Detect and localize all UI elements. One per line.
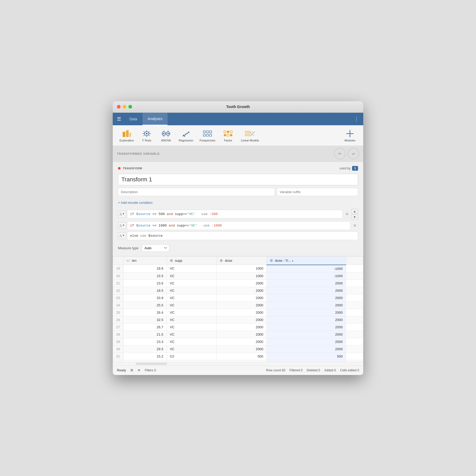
toolbar-item-modules[interactable]: Modules (341, 127, 359, 144)
col-header-dose[interactable]: ⚙ dose (217, 256, 267, 265)
toolbar: Exploration T-Tests (113, 125, 363, 146)
col-header-supp[interactable]: ⚙ supp (166, 256, 217, 265)
cell-dose[interactable]: 1000 (217, 272, 267, 279)
toolbar-item-anova[interactable]: ANOVA (157, 127, 175, 144)
cell-supp[interactable]: VC (166, 331, 217, 338)
cell-dose[interactable]: 2000 (217, 345, 267, 353)
cell-dose-tr[interactable]: 2000 (266, 301, 346, 309)
condition-code-2[interactable]: if $source == 1000 and supp=='VC' use -1… (127, 221, 350, 230)
toolbar-item-factor[interactable]: Factor (219, 127, 237, 144)
cell-supp[interactable]: VC (166, 287, 217, 294)
col-header-len[interactable]: 🏷 len (123, 256, 167, 265)
cell-dose[interactable]: 500 (217, 353, 267, 360)
cell-len[interactable]: 23.6 (123, 279, 167, 287)
eye-icon[interactable]: 👁 (138, 368, 141, 372)
tab-data[interactable]: Data (124, 113, 142, 125)
arrow-down-button[interactable] (348, 148, 359, 159)
cell-supp[interactable]: VC (166, 272, 217, 279)
cell-len[interactable]: 25.5 (123, 301, 167, 309)
measure-type-select[interactable]: Auto Continuous Ordinal Nominal (142, 244, 169, 252)
close-button[interactable] (117, 105, 121, 109)
cell-dose[interactable]: 2000 (217, 287, 267, 294)
cell-dose[interactable]: 2000 (217, 294, 267, 301)
delete-condition-1-button[interactable]: ✕ (344, 211, 350, 218)
fx-button-2[interactable]: 𝑓x ▾ (118, 222, 126, 229)
cell-len[interactable]: 21.5 (123, 331, 167, 338)
hamburger-icon[interactable]: ☰ (115, 114, 123, 124)
cell-dose-tr[interactable]: 2000 (266, 309, 346, 316)
cell-dose-tr[interactable]: -1000 (266, 265, 346, 272)
minimize-button[interactable] (123, 105, 126, 109)
cell-supp[interactable]: VC (166, 323, 217, 331)
toolbar-item-ttests[interactable]: T-Tests (138, 127, 156, 144)
maximize-button[interactable] (128, 105, 132, 109)
cell-dose-tr[interactable]: 500 (266, 353, 346, 360)
fx-button-1[interactable]: 𝑓x ▾ (118, 211, 126, 217)
condition-code-1[interactable]: if $source == 500 and supp=='VC' use -50… (127, 210, 343, 218)
cell-supp[interactable]: VC (166, 265, 217, 272)
delete-condition-2-button[interactable]: ✕ (352, 222, 358, 229)
cell-supp[interactable]: OJ (166, 360, 217, 362)
cell-dose-tr[interactable]: 2000 (266, 345, 346, 353)
cell-dose-tr[interactable]: -1000 (266, 272, 346, 279)
cell-supp[interactable]: VC (166, 301, 217, 309)
fx-button-else[interactable]: 𝑓x ▾ (118, 232, 126, 239)
cell-dose-tr[interactable]: 2000 (266, 323, 346, 331)
arrow-up-button[interactable] (334, 148, 346, 159)
toolbar-item-regression[interactable]: Regression (176, 127, 196, 144)
cell-len[interactable]: 15.2 (123, 353, 167, 360)
cell-len[interactable]: 33.9 (123, 294, 167, 301)
cell-dose-tr[interactable]: 2000 (266, 316, 346, 323)
cell-len[interactable]: 29.5 (123, 345, 167, 353)
cell-dose[interactable]: 500 (217, 360, 267, 362)
cell-len[interactable]: 18.5 (123, 287, 167, 294)
cell-supp[interactable]: VC (166, 338, 217, 345)
toolbar-item-frequencies[interactable]: Frequencies (197, 127, 218, 144)
data-table-container[interactable]: 🏷 len ⚙ supp ⚙ dose (113, 256, 363, 362)
scrollbar-thumb[interactable] (136, 363, 167, 365)
more-options-icon[interactable]: ⋮ (352, 114, 361, 124)
cell-supp[interactable]: OJ (166, 353, 217, 360)
cell-dose[interactable]: 2000 (217, 316, 267, 323)
cell-supp[interactable]: VC (166, 309, 217, 316)
cell-dose-tr[interactable]: 2000 (266, 287, 346, 294)
cell-dose-tr[interactable]: 2000 (266, 294, 346, 301)
horizontal-scrollbar[interactable] (113, 362, 363, 366)
col-header-dose-tr[interactable]: ⚙ dose - Tr... ● (266, 256, 346, 265)
transform-name-input[interactable] (118, 174, 358, 185)
suffix-input[interactable] (277, 188, 358, 196)
else-code[interactable]: else use $source (127, 231, 358, 240)
cell-dose[interactable]: 2000 (217, 323, 267, 331)
add-recode-button[interactable]: + Add recode condition (118, 200, 358, 206)
cell-len[interactable]: 18.8 (123, 265, 167, 272)
cell-supp[interactable]: VC (166, 294, 217, 301)
cell-dose[interactable]: 2000 (217, 309, 267, 316)
cell-dose[interactable]: 2000 (217, 279, 267, 287)
cell-len[interactable]: 26.4 (123, 309, 167, 316)
cell-len[interactable]: 23.3 (123, 338, 167, 345)
deleted-label: Deleted 0 (307, 368, 320, 372)
cell-dose[interactable]: 2000 (217, 301, 267, 309)
filter-icon[interactable]: ⌘ (130, 368, 133, 372)
cell-supp[interactable]: VC (166, 316, 217, 323)
sort-down-1-button[interactable]: ▼ (351, 215, 358, 220)
cell-len[interactable]: 21.5 (123, 360, 167, 362)
description-input[interactable] (118, 188, 275, 196)
toolbar-item-exploration[interactable]: Exploration (117, 127, 136, 144)
cell-supp[interactable]: VC (166, 279, 217, 287)
table-row: 31 15.2 OJ 500 500 (113, 353, 363, 360)
cell-dose[interactable]: 2000 (217, 331, 267, 338)
cell-dose-tr[interactable]: 2000 (266, 338, 346, 345)
cell-len[interactable]: 26.7 (123, 323, 167, 331)
tab-analyses[interactable]: Analyses (142, 113, 168, 125)
cell-dose-tr[interactable]: 500 (266, 360, 346, 362)
cell-dose[interactable]: 2000 (217, 338, 267, 345)
cell-len[interactable]: 32.5 (123, 316, 167, 323)
cell-len[interactable]: 15.5 (123, 272, 167, 279)
sort-up-1-button[interactable]: ▲ (351, 209, 358, 214)
toolbar-item-linear-models[interactable]: Linear Models (238, 127, 261, 144)
cell-dose-tr[interactable]: 2000 (266, 331, 346, 338)
cell-dose-tr[interactable]: 2000 (266, 279, 346, 287)
cell-supp[interactable]: VC (166, 345, 217, 353)
cell-dose[interactable]: 1000 (217, 265, 267, 272)
